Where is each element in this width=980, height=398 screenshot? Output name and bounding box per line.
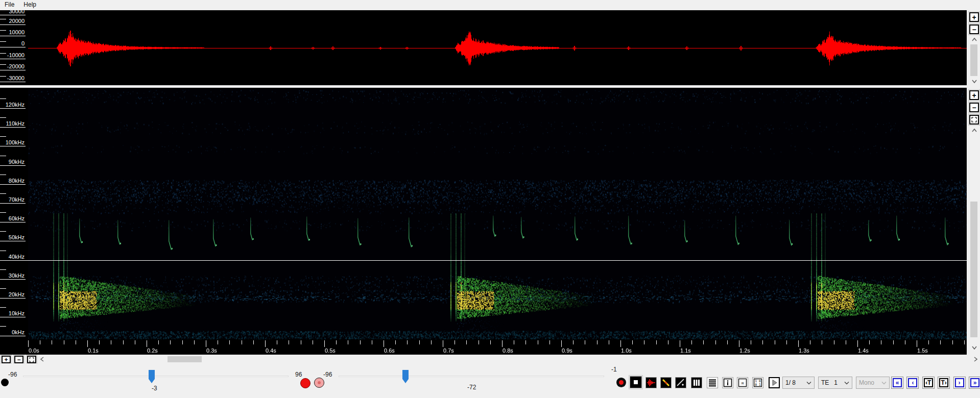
amplitude-tick [0,70,26,70]
nav-last-button[interactable]: » [969,377,980,389]
menu-help[interactable]: Help [19,0,41,9]
list-view-button[interactable] [707,377,718,388]
frequency-minor-tick [0,251,6,251]
time-zoom-in-button[interactable]: + [2,356,11,363]
amplitude-tick [0,82,26,82]
frequency-minor-tick [0,288,6,289]
frequency-tick [0,317,26,317]
amplitude-tick [0,15,26,15]
trigger-record-button[interactable] [616,378,626,387]
right-slider-thumb[interactable] [402,370,409,383]
frequency-tick [0,184,26,185]
info-icon [723,378,733,388]
svg-text:0 1: 0 1 [755,383,761,387]
frequency-label: 50kHz [1,235,25,240]
nav-prev-button[interactable]: ‹ [906,377,919,389]
fit-corners-icon [971,117,977,122]
spectrogram-zoom-out-button[interactable]: − [969,103,979,112]
time-label: 0.9s [562,348,572,354]
nav-next-button[interactable]: › [953,377,966,389]
frequency-label: 40kHz [1,254,25,260]
waveform-canvas[interactable] [28,10,967,85]
time-label: 0.7s [443,348,454,354]
frequency-tick [0,146,26,146]
scroll-right-icon[interactable] [972,356,978,362]
right-slider-value: -72 [467,384,476,390]
spectrogram-scrollbar-thumb[interactable] [970,202,977,337]
chevron-down-icon [844,379,849,386]
spectrogram-scroll-down-icon[interactable] [970,344,978,351]
stop-button[interactable] [630,376,642,388]
channel-value: Mono [859,379,874,386]
spectrogram-panel: 120kHz110kHz100kHz90kHz80kHz70kHz60kHz50… [0,88,967,339]
nav-prev-button-glyph: ‹ [908,378,917,387]
te-factor-dropdown[interactable]: TE 1 [818,377,852,389]
nav-prev-trigger-button[interactable]: ‹T [922,377,935,389]
right-slider-track[interactable] [339,376,604,377]
left-slider-track[interactable] [23,376,289,377]
spectrogram-zoom-in-button[interactable]: + [969,90,979,100]
time-zoom-out-button[interactable]: − [14,356,23,363]
bars-view-button[interactable] [691,377,702,388]
frequency-label: 70kHz [1,197,25,203]
record-button[interactable] [300,378,310,388]
waveform-scrollbar-thumb[interactable] [970,44,977,76]
record-armed-button[interactable] [314,378,324,388]
controls-bar: -96 -3 96 -96 -72 -1 [0,364,980,398]
threshold-icon [676,378,686,388]
threshold-view-button[interactable] [675,377,686,388]
time-label: 1.1s [680,348,691,354]
spectrogram-view-button[interactable] [660,377,672,388]
waveform-zoom-out-button[interactable]: − [969,24,979,34]
info-button[interactable] [722,377,733,388]
frequency-label: 80kHz [1,178,25,184]
frequency-label: 120kHz [1,102,25,108]
record-armed-dot-icon [318,381,321,384]
frequency-cursor-line[interactable] [0,260,967,261]
power-spectrum-button[interactable]: ∝ [737,377,748,388]
nav-next-button-glyph: › [955,378,964,387]
time-fit-button[interactable] [27,356,36,363]
frequency-minor-tick [0,231,6,232]
binary-data-button[interactable]: 1 0 0 1 [752,377,763,388]
stop-dot-icon [634,380,638,384]
frequency-label: 60kHz [1,216,25,221]
scroll-left-icon[interactable] [39,356,45,362]
menu-file[interactable]: File [0,0,19,9]
spectrogram-canvas[interactable] [28,88,967,339]
monitor-dot-icon[interactable] [1,379,9,386]
play-button[interactable] [769,377,780,388]
nav-first-button[interactable]: « [891,377,903,389]
frequency-minor-tick [0,156,6,156]
waveform-panel: 3000020000100000-10000-20000-30000 [0,10,967,85]
waveform-zoom-in-button[interactable]: + [969,12,979,22]
horizontal-scrollbar-thumb[interactable] [168,356,202,362]
waveform-scroll-up-icon[interactable] [970,36,978,42]
amplitude-tick [0,36,26,36]
playback-speed-value: 1/ 8 [785,379,796,386]
amplitude-tick [0,47,26,47]
spectrogram-scroll-up-icon[interactable] [970,127,978,133]
amplitude-label: 30000 [1,10,25,14]
oscillogram-icon [646,378,656,388]
playback-speed-dropdown[interactable]: 1/ 8 [782,377,815,389]
frequency-tick [0,165,26,166]
binary-icon: 1 0 0 1 [753,378,763,388]
spectrogram-fit-button[interactable] [969,115,979,125]
frequency-tick [0,127,26,128]
waveform-scroll-down-icon[interactable] [970,78,978,84]
list-icon [707,378,718,388]
time-label: 0.8s [503,348,513,354]
chevron-down-icon [806,379,811,386]
left-slider-thumb[interactable] [149,370,155,383]
frequency-label: 90kHz [1,159,25,165]
nav-next-trigger-button[interactable]: T› [938,377,950,389]
frequency-minor-tick [0,117,6,118]
amplitude-minor-tick [0,41,6,42]
chirp-icon [661,378,671,388]
play-icon [770,378,779,387]
frequency-minor-tick [0,269,6,270]
right-slider-min-label: -96 [323,371,332,378]
oscillogram-view-button[interactable] [646,377,657,388]
frequency-label: 100kHz [1,140,25,145]
